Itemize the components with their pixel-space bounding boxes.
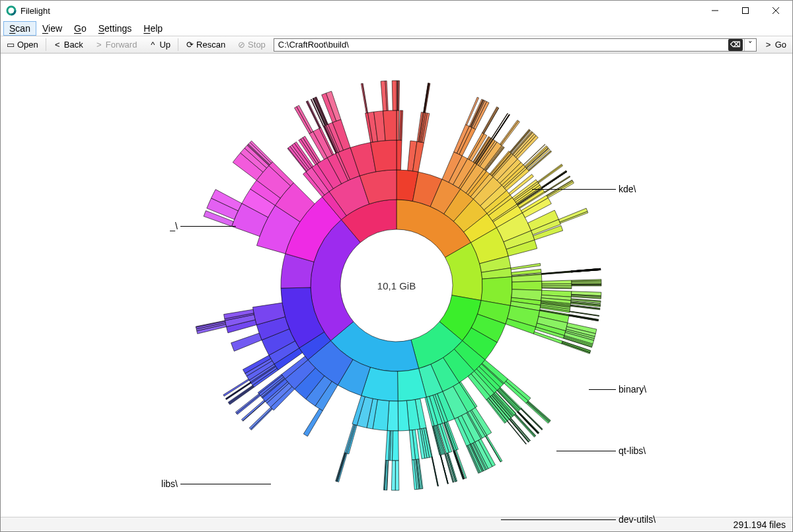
statusbar: 291.194 files	[1, 517, 792, 531]
sunburst-segment[interactable]	[303, 408, 322, 436]
sunburst-segment[interactable]	[569, 315, 598, 320]
sunburst-segment[interactable]	[391, 460, 395, 490]
sunburst-segment[interactable]	[432, 457, 437, 486]
sunburst-segment[interactable]	[547, 181, 574, 198]
toolbar-separator	[178, 38, 178, 51]
refresh-icon: ⟳	[186, 40, 194, 50]
app-icon	[6, 5, 17, 16]
sunburst-segment[interactable]	[346, 424, 356, 453]
sunburst-segment[interactable]	[510, 419, 529, 442]
menu-help[interactable]: Help	[137, 21, 169, 36]
window-maximize-button[interactable]	[730, 1, 761, 20]
sunburst-segment[interactable]	[542, 280, 572, 284]
stop-icon: ⊘	[237, 40, 245, 50]
open-button[interactable]: ▭Open	[1, 36, 44, 53]
sunburst-segment[interactable]	[510, 419, 529, 442]
sunburst-segment[interactable]	[361, 83, 367, 113]
titlebar: Filelight	[1, 1, 792, 20]
menu-settings[interactable]: Settings	[93, 21, 138, 36]
sunburst-segment[interactable]	[231, 333, 262, 351]
clear-path-button[interactable]: ⌫	[728, 39, 743, 51]
sunburst-segment[interactable]	[527, 402, 549, 422]
sunburst-segment[interactable]	[392, 81, 397, 110]
sunburst-segment[interactable]	[446, 453, 455, 481]
path-input[interactable]	[274, 39, 728, 51]
menu-view[interactable]: View	[36, 21, 68, 36]
sunburst-segment[interactable]	[558, 208, 587, 222]
go-button[interactable]: >Go	[759, 36, 792, 53]
toolbar: ▭Open <Back >Forward ^Up ⟳Rescan ⊘Stop ⌫…	[1, 36, 792, 54]
sunburst-segment[interactable]	[237, 395, 260, 414]
sunburst-segment[interactable]	[500, 120, 518, 144]
sunburst-segment[interactable]	[392, 430, 398, 460]
sunburst-segment[interactable]	[542, 284, 572, 285]
sunburst-segment[interactable]	[338, 453, 348, 482]
sunburst-segment[interactable]	[526, 147, 548, 168]
folder-open-icon: ▭	[7, 40, 15, 50]
menu-go[interactable]: Go	[68, 21, 93, 36]
sunburst-segment[interactable]	[483, 107, 499, 133]
sunburst-segment[interactable]	[313, 98, 326, 125]
forward-button[interactable]: >Forward	[89, 36, 143, 53]
sunburst-segment[interactable]	[397, 140, 402, 170]
chevron-right-icon: >	[95, 40, 103, 50]
sunburst-segment[interactable]	[362, 83, 367, 113]
sunburst-segment[interactable]	[492, 113, 508, 138]
toolbar-separator	[46, 38, 46, 51]
stop-button[interactable]: ⊘Stop	[231, 36, 272, 53]
app-title: Filelight	[20, 6, 50, 16]
path-history-dropdown[interactable]: ˅	[744, 39, 756, 51]
sunburst-segment[interactable]	[295, 106, 311, 133]
rescan-button[interactable]: ⟳Rescan	[180, 36, 231, 53]
sunburst-segment[interactable]	[395, 460, 399, 490]
sunburst-segment[interactable]	[228, 385, 253, 402]
sunburst-chart[interactable]	[165, 54, 628, 517]
sunburst-segment[interactable]	[572, 285, 601, 285]
chevron-right-icon: >	[765, 40, 773, 50]
menubar: Scan View Go Settings Help	[1, 20, 792, 36]
window-minimize-button[interactable]	[700, 1, 730, 20]
sunburst-segment[interactable]	[537, 164, 562, 182]
window-close-button[interactable]	[761, 1, 791, 20]
sunburst-segment[interactable]	[398, 81, 399, 110]
address-bar: ⌫ ˅	[272, 36, 759, 53]
sunburst-segment[interactable]	[397, 110, 399, 140]
sunburst-segment[interactable]	[526, 402, 549, 423]
chevron-up-icon: ^	[149, 40, 157, 50]
sunburst-segment[interactable]	[510, 418, 529, 441]
chevron-left-icon: <	[54, 40, 61, 50]
menu-scan[interactable]: Scan	[3, 21, 36, 36]
file-count: 291.194 files	[734, 519, 786, 530]
sunburst-segment[interactable]	[512, 281, 542, 290]
sunburst-segment[interactable]	[501, 120, 520, 145]
sunburst-segment[interactable]	[542, 171, 566, 187]
chevron-down-icon: ˅	[748, 40, 753, 50]
sunburst-segment[interactable]	[511, 263, 541, 270]
sunburst-segment[interactable]	[383, 110, 397, 140]
app-window: Filelight Scan View Go Settings Help ▭Op…	[0, 0, 793, 532]
sunburst-segment[interactable]	[515, 414, 536, 436]
up-button[interactable]: ^Up	[143, 36, 176, 53]
back-button[interactable]: <Back	[48, 36, 89, 53]
svg-rect-3	[743, 8, 749, 14]
sunburst-canvas[interactable]: 10,1 GiB kde\binary\qt-libs\dev-utils\li…	[1, 54, 792, 517]
sunburst-segment[interactable]	[542, 287, 572, 289]
sunburst-segment[interactable]	[538, 165, 562, 183]
backspace-icon: ⌫	[730, 40, 741, 49]
